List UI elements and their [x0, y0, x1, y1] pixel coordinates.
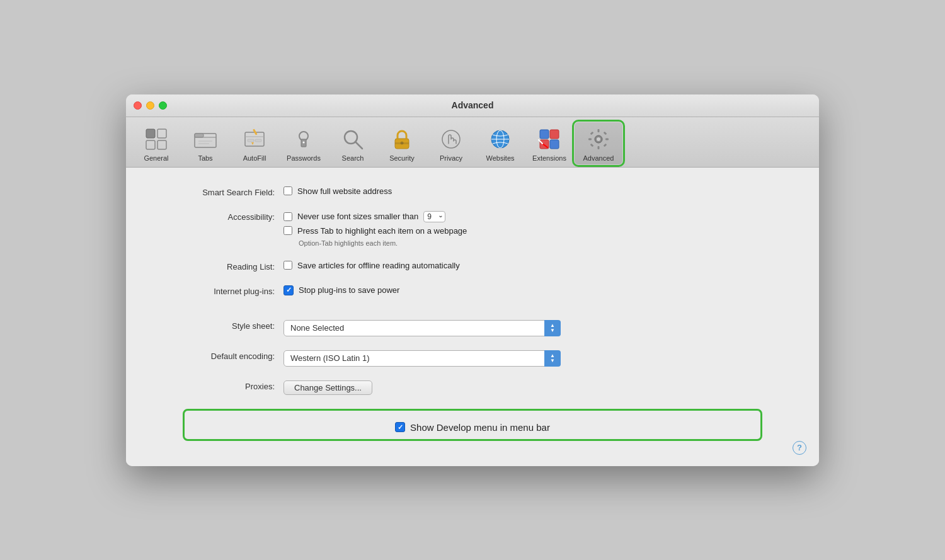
- svg-rect-2: [158, 129, 166, 138]
- svg-point-22: [401, 141, 404, 144]
- tab-highlight-checkbox[interactable]: [284, 226, 292, 235]
- tab-advanced-label: Advanced: [583, 154, 614, 162]
- accessibility-hint: Option-Tab highlights each item.: [299, 239, 467, 247]
- font-size-select-wrapper: 9 10 12 14 ⌄: [423, 211, 445, 222]
- maximize-button[interactable]: [159, 101, 167, 110]
- general-icon: [143, 126, 169, 152]
- svg-rect-42: [604, 143, 607, 147]
- font-size-row: Never use font sizes smaller than 9 10 1…: [284, 211, 467, 222]
- develop-menu-checkbox[interactable]: [395, 422, 405, 432]
- tab-highlight-row: Press Tab to highlight each item on a we…: [284, 226, 467, 236]
- reading-list-checkbox[interactable]: [284, 261, 292, 270]
- tab-advanced[interactable]: Advanced: [575, 122, 622, 164]
- reading-list-checkbox-label: Save articles for offline reading automa…: [297, 261, 460, 270]
- titlebar: Advanced: [126, 94, 819, 117]
- security-icon: [389, 126, 415, 152]
- window-controls: [134, 101, 167, 110]
- tab-passwords[interactable]: Passwords: [280, 122, 328, 164]
- tab-privacy-label: Privacy: [440, 154, 462, 162]
- accessibility-row: Accessibility: Never use font sizes smal…: [158, 211, 788, 247]
- accessibility-control: Never use font sizes smaller than 9 10 1…: [284, 211, 467, 247]
- encoding-select-wrapper: Western (ISO Latin 1) Unicode (UTF-8) Ja…: [284, 350, 561, 367]
- encoding-control: Western (ISO Latin 1) Unicode (UTF-8) Ja…: [284, 350, 561, 367]
- smart-search-checkbox[interactable]: [284, 186, 292, 195]
- reading-list-row: Reading List: Save articles for offline …: [158, 261, 788, 271]
- close-button[interactable]: [134, 101, 142, 110]
- smart-search-checkbox-label: Show full website address: [297, 186, 392, 196]
- passwords-icon: [290, 126, 317, 152]
- proxies-control: Change Settings...: [284, 380, 372, 395]
- svg-rect-37: [588, 138, 592, 140]
- internet-plugins-control: Stop plug-ins to save power: [284, 285, 399, 295]
- tabs-icon: [192, 126, 219, 152]
- tab-tabs-label: Tabs: [198, 154, 212, 162]
- internet-plugins-row: Internet plug-ins: Stop plug-ins to save…: [158, 285, 788, 296]
- develop-menu-section: Show Develop menu in menu bar: [183, 409, 762, 441]
- internet-plugins-label: Internet plug-ins:: [158, 285, 284, 296]
- smart-search-row: Smart Search Field: Show full website ad…: [158, 186, 788, 197]
- tab-security[interactable]: Security: [378, 122, 426, 164]
- svg-rect-30: [550, 140, 559, 149]
- search-icon: [340, 126, 366, 152]
- tab-autofill[interactable]: AutoFill: [231, 122, 278, 164]
- plugins-checkbox-row: Stop plug-ins to save power: [284, 285, 399, 295]
- plugins-checkbox-label: Stop plug-ins to save power: [299, 285, 399, 295]
- tab-autofill-label: AutoFill: [243, 154, 266, 162]
- svg-rect-36: [598, 146, 600, 149]
- reading-list-checkbox-row: Save articles for offline reading automa…: [284, 261, 460, 270]
- encoding-select[interactable]: Western (ISO Latin 1) Unicode (UTF-8) Ja…: [284, 350, 561, 367]
- minimize-button[interactable]: [146, 101, 154, 110]
- smart-search-checkbox-row: Show full website address: [284, 186, 392, 196]
- svg-rect-35: [598, 129, 600, 132]
- svg-rect-38: [605, 138, 609, 140]
- encoding-row: Default encoding: Western (ISO Latin 1) …: [158, 350, 788, 367]
- style-sheet-label: Style sheet:: [158, 320, 284, 331]
- proxies-button[interactable]: Change Settings...: [284, 380, 372, 395]
- content-area: Smart Search Field: Show full website ad…: [126, 168, 819, 466]
- privacy-icon: [438, 126, 464, 152]
- svg-rect-41: [590, 143, 594, 147]
- develop-menu-label: Show Develop menu in menu bar: [410, 422, 550, 433]
- svg-point-17: [303, 141, 305, 143]
- font-size-checkbox[interactable]: [284, 212, 292, 221]
- encoding-label: Default encoding:: [158, 350, 284, 361]
- tab-passwords-label: Passwords: [287, 154, 321, 162]
- toolbar: General Tabs: [126, 117, 819, 168]
- svg-point-34: [597, 137, 600, 141]
- help-button[interactable]: ?: [793, 441, 806, 455]
- font-size-select[interactable]: 9 10 12 14: [423, 211, 445, 222]
- svg-line-19: [355, 142, 362, 149]
- style-sheet-select[interactable]: None Selected: [284, 320, 561, 336]
- window-title: Advanced: [452, 100, 494, 110]
- tab-search[interactable]: Search: [329, 122, 377, 164]
- preferences-window: Advanced General: [126, 94, 819, 466]
- tab-security-label: Security: [389, 154, 415, 162]
- plugins-checkbox[interactable]: [284, 285, 294, 295]
- svg-marker-14: [251, 142, 254, 145]
- tab-search-label: Search: [342, 154, 364, 162]
- tab-general[interactable]: General: [132, 122, 180, 164]
- tab-privacy[interactable]: Privacy: [427, 122, 475, 164]
- tab-websites[interactable]: Websites: [476, 122, 524, 164]
- proxies-label: Proxies:: [158, 380, 284, 391]
- svg-rect-0: [146, 129, 155, 138]
- font-size-label: Never use font sizes smaller than: [297, 212, 418, 221]
- reading-list-control: Save articles for offline reading automa…: [284, 261, 460, 270]
- svg-rect-11: [248, 139, 254, 142]
- style-sheet-row: Style sheet: None Selected ▲ ▼: [158, 320, 788, 336]
- advanced-icon: [585, 126, 612, 152]
- autofill-icon: [241, 126, 268, 152]
- tab-tabs[interactable]: Tabs: [181, 122, 229, 164]
- svg-rect-27: [540, 130, 549, 139]
- svg-rect-5: [195, 134, 203, 137]
- style-sheet-select-wrapper: None Selected ▲ ▼: [284, 320, 561, 336]
- smart-search-control: Show full website address: [284, 186, 392, 196]
- proxies-row: Proxies: Change Settings...: [158, 380, 788, 395]
- svg-rect-3: [158, 140, 166, 149]
- tab-websites-label: Websites: [486, 154, 514, 162]
- tab-extensions[interactable]: Extensions: [525, 122, 573, 164]
- smart-search-label: Smart Search Field:: [158, 186, 284, 197]
- reading-list-label: Reading List:: [158, 261, 284, 271]
- svg-rect-28: [550, 130, 559, 139]
- svg-rect-39: [590, 131, 594, 135]
